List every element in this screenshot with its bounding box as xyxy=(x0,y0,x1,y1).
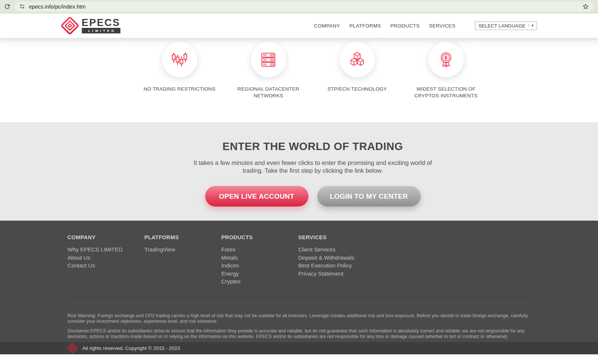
site-header: EPECS LIMITED COMPANY PLATFORMS PRODUCTS… xyxy=(0,13,598,38)
svg-text:B: B xyxy=(445,55,448,60)
chevron-down-icon: ▼ xyxy=(528,24,534,27)
footer-link-deposit-withdrawals[interactable]: Deposit & Withdrawals xyxy=(298,254,375,262)
feature-label: STP/ECN TECHNOLOGY xyxy=(327,86,387,92)
footer-column-platforms: PLATFORMS TradingView xyxy=(145,234,222,286)
footer-column-title: COMPANY xyxy=(68,234,145,240)
footer-column-products: PRODUCTS Forex Metals Indices Energy Cry… xyxy=(222,234,298,286)
footer-column-title: SERVICES xyxy=(298,234,375,240)
feature-circle xyxy=(162,42,197,77)
reload-icon[interactable] xyxy=(3,3,11,11)
features-section: NO TRADING RESTRICTIONS REGIONAL DATACEN… xyxy=(0,38,598,122)
footer-column-title: PRODUCTS xyxy=(222,234,298,240)
login-my-center-button[interactable]: LOGIN TO MY CENTER xyxy=(317,186,421,207)
feature-circle: B xyxy=(429,42,464,77)
site-footer: COMPANY Why EPECS LIMITED About Us Conta… xyxy=(0,221,598,342)
footer-link-about-us[interactable]: About Us xyxy=(68,254,145,262)
language-selector[interactable]: SELECT LANGUAGE ▼ xyxy=(475,22,537,30)
footer-link-privacy-statement[interactable]: Privacy Statement xyxy=(298,270,375,278)
footer-link-why-epecs[interactable]: Why EPECS LIMITED xyxy=(68,246,145,254)
footer-link-tradingview[interactable]: TradingView xyxy=(145,246,222,254)
candlestick-chart-icon xyxy=(171,51,188,68)
disclaimer-text: Disclaimer:EPECS and/or its subsidiaries… xyxy=(68,328,531,340)
footer-link-forex[interactable]: Forex xyxy=(222,246,298,254)
footer-divider xyxy=(68,302,531,302)
footer-link-metals[interactable]: Metals xyxy=(222,254,298,262)
footer-column-company: COMPANY Why EPECS LIMITED About Us Conta… xyxy=(68,234,145,286)
feature-regional-datacenter: REGIONAL DATACENTER NETWORKS xyxy=(224,42,313,99)
footer-link-contact-us[interactable]: Contact Us xyxy=(68,261,145,270)
language-selector-label: SELECT LANGUAGE xyxy=(478,23,525,29)
nav-item-company[interactable]: COMPANY xyxy=(314,23,340,29)
copyright-bar: All rights reserved. Copyright © 2015 - … xyxy=(0,342,598,354)
logo-title: EPECS xyxy=(82,18,120,27)
nav-item-services[interactable]: SERVICES xyxy=(429,23,455,29)
feature-cryptos-selection: B WIDEST SELECTION OF CRYPTOS INSTRUMENT… xyxy=(402,42,491,99)
footer-link-client-services[interactable]: Client Services xyxy=(298,246,375,254)
footer-link-indices[interactable]: Indices xyxy=(222,261,298,270)
feature-label: REGIONAL DATACENTER NETWORKS xyxy=(229,86,308,99)
feature-label: NO TRADING RESTRICTIONS xyxy=(143,86,215,92)
url-bar[interactable]: epecs.info/pc/index.htm xyxy=(14,1,594,12)
nav-item-products[interactable]: PRODUCTS xyxy=(390,23,420,29)
server-rack-icon xyxy=(260,51,277,68)
footer-column-services: SERVICES Client Services Deposit & Withd… xyxy=(298,234,375,286)
nav-item-platforms[interactable]: PLATFORMS xyxy=(349,23,381,29)
epecs-logo[interactable]: EPECS LIMITED xyxy=(61,17,120,34)
logo-subtitle: LIMITED xyxy=(82,28,120,33)
url-text[interactable]: epecs.info/pc/index.htm xyxy=(29,4,85,10)
footer-link-cryptos[interactable]: Cryptos xyxy=(222,277,298,286)
bookmark-star-icon[interactable] xyxy=(582,3,589,10)
footer-link-best-execution[interactable]: Best Execution Policy xyxy=(298,261,375,270)
feature-label: WIDEST SELECTION OF CRYPTOS INSTRUMENTS xyxy=(407,86,485,99)
cubes-icon xyxy=(349,51,366,68)
footer-column-title: PLATFORMS xyxy=(145,234,222,240)
award-bitcoin-icon: B xyxy=(437,51,455,68)
open-live-account-button[interactable]: OPEN LIVE ACCOUNT xyxy=(205,186,308,207)
cta-description: It takes a few minutes and even fewer cl… xyxy=(192,159,434,175)
cta-title: ENTER THE WORLD OF TRADING xyxy=(14,140,598,153)
site-info-icon[interactable] xyxy=(19,3,25,10)
footer-link-energy[interactable]: Energy xyxy=(222,270,298,278)
cta-section: ENTER THE WORLD OF TRADING It takes a fe… xyxy=(0,122,598,221)
epecs-logo-icon xyxy=(61,17,78,34)
feature-circle xyxy=(251,42,286,77)
feature-circle xyxy=(340,42,375,77)
feature-stp-ecn: STP/ECN TECHNOLOGY xyxy=(313,42,402,99)
copyright-text: All rights reserved. Copyright © 2015 - … xyxy=(83,345,180,351)
browser-toolbar: epecs.info/pc/index.htm xyxy=(0,0,598,13)
main-nav: COMPANY PLATFORMS PRODUCTS SERVICES SELE… xyxy=(314,22,537,30)
footer-logo-icon xyxy=(68,344,77,353)
feature-no-trading-restrictions: NO TRADING RESTRICTIONS xyxy=(135,42,224,99)
risk-warning-text: Risk Warning: Foreign exchange and CFD t… xyxy=(68,313,531,325)
